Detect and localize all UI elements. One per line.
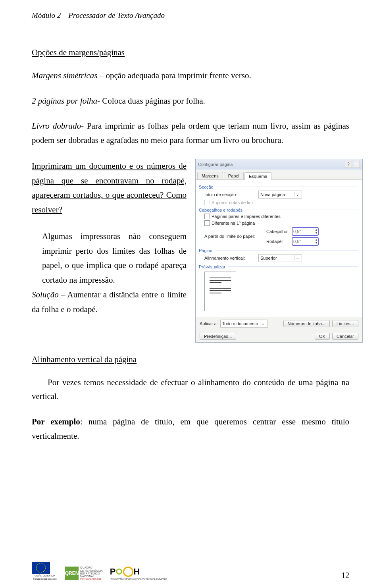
eu-text2: Fundo Social Europeu bbox=[32, 578, 58, 580]
solution-label: Solução bbox=[32, 290, 59, 299]
para-symmetric: Margens simétricas – opção adequada para… bbox=[32, 69, 349, 83]
example-label: Por exemplo bbox=[32, 417, 80, 426]
group-preview: Pré-visualizar bbox=[199, 264, 358, 269]
label-header-dist: Cabeçalho: bbox=[266, 229, 290, 234]
tab-layout[interactable]: Esquema bbox=[244, 172, 271, 180]
spinner-arrows-icon: ▴▾ bbox=[316, 238, 317, 245]
para-valign: Por vezes temos necessidade de efectuar … bbox=[32, 376, 349, 404]
section-title-valign: Alinhamento vertical da página bbox=[32, 355, 349, 364]
select-valign-value: Superior bbox=[260, 256, 277, 260]
borders-button[interactable]: Limites... bbox=[332, 320, 358, 327]
desc-2pages: - Coloca duas páginas por folha. bbox=[97, 96, 205, 106]
tab-paper[interactable]: Papel bbox=[224, 172, 244, 179]
poph-sub: PROGRAMA OPERACIONAL POTENCIAL HUMANO bbox=[110, 578, 167, 580]
chevron-down-icon: ⌄ bbox=[294, 255, 300, 260]
group-section: Secção bbox=[199, 185, 358, 189]
poph-logo: POH PROGRAMA OPERACIONAL POTENCIAL HUMAN… bbox=[110, 567, 167, 580]
select-apply-value: Todo o documento bbox=[222, 321, 258, 326]
preview-page-icon bbox=[204, 272, 236, 311]
label-section-start: Início de secção: bbox=[204, 192, 256, 197]
label-footer-dist: Rodapé: bbox=[266, 239, 290, 244]
para-2pages: 2 páginas por folha- Coloca duas páginas… bbox=[32, 94, 349, 108]
term-bookfold: Livro dobrado bbox=[32, 121, 81, 131]
default-button[interactable]: Predefinição... bbox=[200, 333, 236, 340]
help-icon[interactable]: ? bbox=[345, 161, 352, 168]
section-title-margins: Opções de margens/páginas bbox=[32, 48, 349, 58]
ring-icon bbox=[123, 567, 133, 577]
label-valign: Alinhamento vertical: bbox=[204, 256, 256, 260]
ok-button[interactable]: OK bbox=[315, 333, 330, 340]
answer-cut-footer: Algumas impressoras não conseguem imprim… bbox=[32, 229, 187, 287]
select-section-start[interactable]: Nova página ⌄ bbox=[258, 191, 302, 199]
select-valign[interactable]: Superior ⌄ bbox=[258, 254, 302, 262]
preview-area bbox=[204, 272, 358, 311]
spinner-footer[interactable]: 0,5" ▴▾ bbox=[292, 237, 319, 246]
term-2pages: 2 páginas por folha bbox=[32, 96, 97, 106]
page-setup-dialog: Configurar página ? ✕ Margens Papel Esqu… bbox=[195, 159, 363, 343]
desc-symmetric: – opção adequada para imprimir frente ve… bbox=[97, 71, 251, 80]
checkbox-odd-even[interactable] bbox=[204, 214, 210, 219]
chevron-down-icon: ⌄ bbox=[260, 321, 266, 326]
question-cut-footer: Imprimiram um documento e os números de … bbox=[32, 159, 187, 217]
term-symmetric: Margens simétricas bbox=[32, 71, 97, 80]
spinner-header[interactable]: 0,5" ▴▾ bbox=[292, 227, 319, 236]
para-example: Por exemplo: numa página de título, em q… bbox=[32, 415, 349, 443]
eu-flag-icon bbox=[32, 562, 50, 574]
select-apply-to[interactable]: Todo o documento ⌄ bbox=[220, 320, 268, 328]
group-page: Página bbox=[199, 248, 358, 253]
tab-margins[interactable]: Margens bbox=[197, 172, 223, 179]
label-first-page: Diferente na 1ª página bbox=[212, 221, 255, 226]
group-headers-footers: Cabeçalhos e rodapés bbox=[199, 208, 358, 212]
line-numbers-button[interactable]: Números de linha... bbox=[283, 320, 330, 327]
select-section-start-value: Nova página bbox=[260, 192, 285, 197]
label-odd-even: Páginas pares e ímpares diferentes bbox=[212, 214, 281, 219]
checkbox-suppress-endnotes[interactable] bbox=[204, 200, 210, 205]
spinner-footer-value: 0,5" bbox=[293, 239, 301, 244]
qren-sub: PORTUGAL 2007.2013 bbox=[80, 578, 103, 580]
spinner-header-value: 0,5" bbox=[293, 229, 301, 234]
qren-text: QUADRO DE REFERÊNCIA ESTRATÉGICO NACIONA… bbox=[80, 566, 103, 578]
qren-logo: QREN QUADRO DE REFERÊNCIA ESTRATÉGICO NA… bbox=[65, 566, 103, 580]
close-icon[interactable]: ✕ bbox=[353, 161, 360, 168]
label-from-edge: A partir do limite do papel: bbox=[204, 234, 264, 239]
cancel-button[interactable]: Cancelar bbox=[332, 333, 358, 340]
chevron-down-icon: ⌄ bbox=[294, 192, 300, 197]
spinner-arrows-icon: ▴▾ bbox=[316, 228, 317, 235]
qren-square-icon: QREN bbox=[65, 567, 79, 580]
page-header: Módulo 2 – Processador de Texto Avançado bbox=[32, 11, 349, 20]
page-number: 12 bbox=[341, 571, 349, 580]
dialog-tabs: Margens Papel Esquema bbox=[196, 170, 362, 180]
label-apply-to: Aplicar a: bbox=[200, 321, 218, 326]
label-suppress-endnotes: Suprimir notas de fim bbox=[212, 200, 253, 205]
para-bookfold: Livro dobrado- Para imprimir as folhas p… bbox=[32, 119, 349, 147]
eu-logo: UNIÃO EUROPEIA Fundo Social Europeu bbox=[32, 562, 58, 580]
checkbox-first-page[interactable] bbox=[204, 220, 210, 226]
page-footer: UNIÃO EUROPEIA Fundo Social Europeu QREN… bbox=[32, 562, 349, 580]
eu-text1: UNIÃO EUROPEIA bbox=[32, 575, 58, 577]
dialog-title: Configurar página bbox=[198, 162, 233, 167]
solution-line: Solução – Aumentar a distância entre o l… bbox=[32, 287, 187, 317]
